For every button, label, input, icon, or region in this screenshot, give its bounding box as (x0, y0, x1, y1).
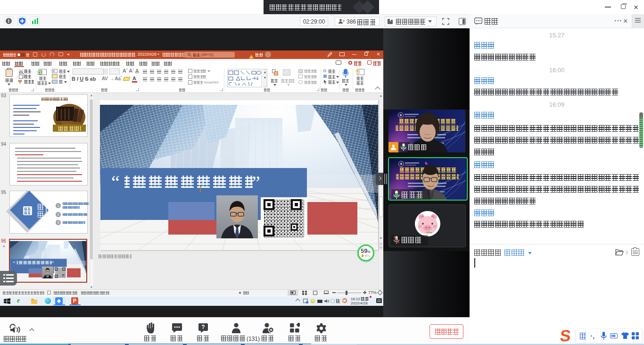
svg-text:?: ? (201, 324, 205, 330)
